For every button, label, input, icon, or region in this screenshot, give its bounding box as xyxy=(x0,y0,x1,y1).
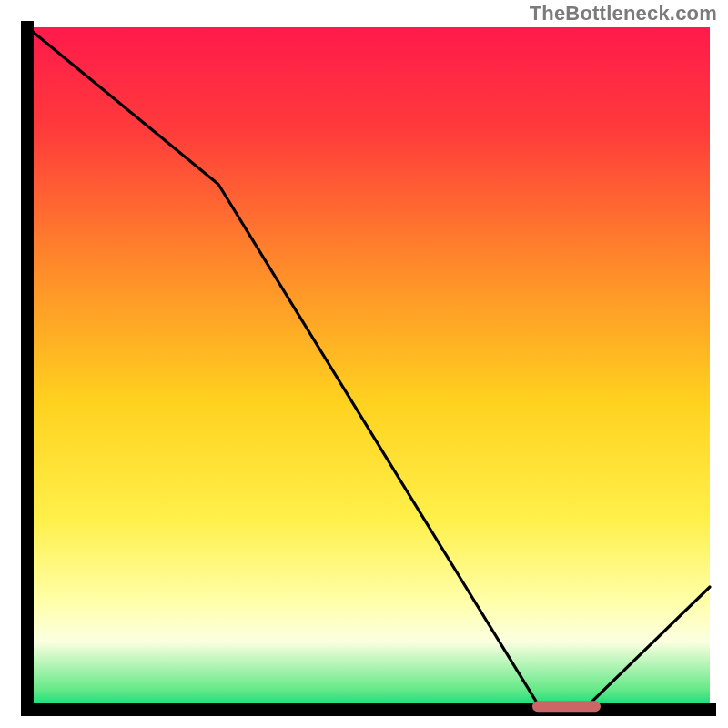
bottleneck-chart xyxy=(0,0,728,728)
chart-frame: TheBottleneck.com xyxy=(0,0,728,728)
plot-background xyxy=(27,27,710,710)
optimal-marker xyxy=(532,701,601,712)
